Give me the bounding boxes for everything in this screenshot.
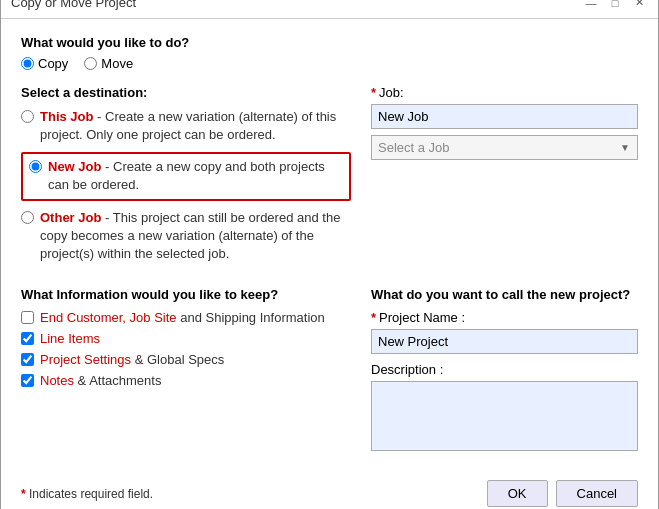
select-job-wrapper: Select a Job ▼: [371, 135, 638, 160]
this-job-radio[interactable]: [21, 110, 34, 123]
lower-section: What Information would you like to keep?…: [21, 287, 638, 454]
copy-radio[interactable]: [21, 57, 34, 70]
title-bar: Copy or Move Project — □ ✕: [1, 0, 658, 19]
copy-option[interactable]: Copy: [21, 56, 68, 71]
new-job-text: New Job - Create a new copy and both pro…: [48, 158, 343, 194]
description-label: Description :: [371, 362, 638, 377]
dialog: Copy or Move Project — □ ✕ What would yo…: [0, 0, 659, 509]
other-job-keyword: Other Job: [40, 210, 101, 225]
minimize-button[interactable]: —: [582, 0, 600, 12]
project-settings-row: Project Settings & Global Specs: [21, 352, 351, 367]
end-customer-checkbox[interactable]: [21, 311, 34, 324]
action-radio-group: Copy Move: [21, 56, 638, 71]
new-job-radio[interactable]: [29, 160, 42, 173]
notes-label: Notes & Attachments: [40, 373, 161, 388]
other-job-text: Other Job - This project can still be or…: [40, 209, 351, 264]
ok-button[interactable]: OK: [487, 480, 548, 507]
notes-row: Notes & Attachments: [21, 373, 351, 388]
copy-label: Copy: [38, 56, 68, 71]
job-label: * Job:: [371, 85, 638, 100]
job-label-text: Job:: [379, 85, 404, 100]
required-star-footer: *: [21, 487, 26, 501]
description-textarea[interactable]: [371, 381, 638, 451]
maximize-button[interactable]: □: [606, 0, 624, 12]
other-job-radio[interactable]: [21, 211, 34, 224]
dialog-title: Copy or Move Project: [11, 0, 136, 10]
job-input[interactable]: [371, 104, 638, 129]
right-panel: * Job: Select a Job ▼: [371, 85, 638, 271]
notes-checkbox[interactable]: [21, 374, 34, 387]
project-name-input[interactable]: [371, 329, 638, 354]
project-settings-checkbox[interactable]: [21, 353, 34, 366]
dialog-footer: * Indicates required field. OK Cancel: [1, 470, 658, 509]
move-radio[interactable]: [84, 57, 97, 70]
job-required-star: *: [371, 85, 376, 100]
new-job-option: New Job - Create a new copy and both pro…: [21, 152, 351, 200]
destination-title: Select a destination:: [21, 85, 351, 100]
cancel-button[interactable]: Cancel: [556, 480, 638, 507]
close-button[interactable]: ✕: [630, 0, 648, 12]
dialog-body: What would you like to do? Copy Move Sel…: [1, 19, 658, 470]
line-items-label: Line Items: [40, 331, 100, 346]
this-job-keyword: This Job: [40, 109, 93, 124]
window-controls: — □ ✕: [582, 0, 648, 12]
move-label: Move: [101, 56, 133, 71]
action-question: What would you like to do?: [21, 35, 638, 50]
required-note-text: Indicates required field.: [29, 487, 153, 501]
keep-info-title: What Information would you like to keep?: [21, 287, 351, 302]
project-name-label-text: Project Name :: [379, 310, 465, 325]
left-panel: Select a destination: This Job - Create …: [21, 85, 351, 271]
required-note: * Indicates required field.: [21, 487, 153, 501]
new-project-section: What do you want to call the new project…: [371, 287, 638, 454]
project-name-label: * Project Name :: [371, 310, 638, 325]
this-job-option: This Job - Create a new variation (alter…: [21, 108, 351, 144]
line-items-checkbox[interactable]: [21, 332, 34, 345]
this-job-text: This Job - Create a new variation (alter…: [40, 108, 351, 144]
main-content: Select a destination: This Job - Create …: [21, 85, 638, 271]
project-name-required-star: *: [371, 310, 376, 325]
end-customer-row: End Customer, Job Site and Shipping Info…: [21, 310, 351, 325]
end-customer-label: End Customer, Job Site and Shipping Info…: [40, 310, 325, 325]
keep-info-section: What Information would you like to keep?…: [21, 287, 351, 454]
footer-buttons: OK Cancel: [487, 480, 638, 507]
project-settings-label: Project Settings & Global Specs: [40, 352, 224, 367]
new-project-title: What do you want to call the new project…: [371, 287, 638, 302]
other-job-option: Other Job - This project can still be or…: [21, 209, 351, 264]
select-job-dropdown[interactable]: Select a Job: [371, 135, 638, 160]
move-option[interactable]: Move: [84, 56, 133, 71]
new-job-keyword: New Job: [48, 159, 101, 174]
job-section: * Job: Select a Job ▼: [371, 85, 638, 160]
line-items-row: Line Items: [21, 331, 351, 346]
